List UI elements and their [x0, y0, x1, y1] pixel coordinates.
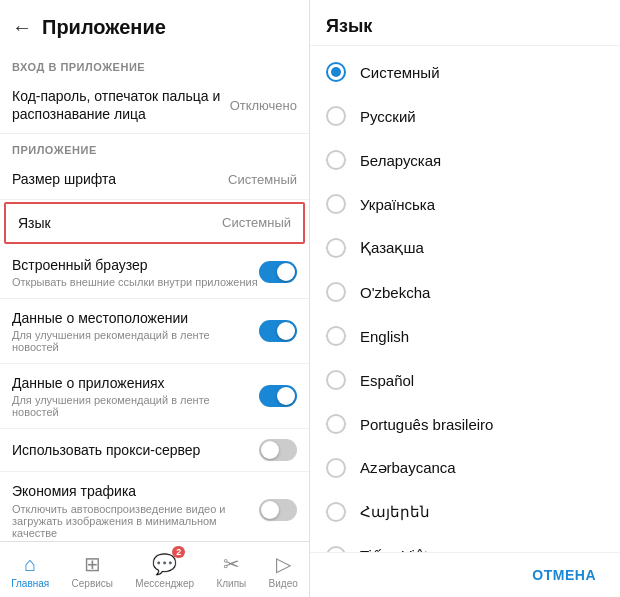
language-item[interactable]: O'zbekcha — [310, 270, 620, 314]
language-item[interactable]: Українська — [310, 182, 620, 226]
language-item[interactable]: Қазақша — [310, 226, 620, 270]
language-name: Português brasileiro — [360, 416, 493, 433]
radio-button — [326, 282, 346, 302]
radio-button — [326, 414, 346, 434]
right-footer: ОТМЕНА — [310, 552, 620, 597]
location-toggle[interactable] — [259, 320, 297, 342]
language-item[interactable]: Português brasileiro — [310, 402, 620, 446]
language-name: Қазақша — [360, 239, 424, 257]
page-title: Приложение — [42, 16, 166, 39]
radio-button — [326, 150, 346, 170]
nav-video-label: Видео — [269, 578, 298, 589]
language-item[interactable]: Язык Системный — [4, 202, 305, 244]
radio-button — [326, 370, 346, 390]
language-name: Беларуская — [360, 152, 441, 169]
cancel-button[interactable]: ОТМЕНА — [524, 563, 604, 587]
language-name: Հայերեն — [360, 503, 430, 521]
bottom-nav: ⌂ Главная ⊞ Сервисы 💬 2 Мессенджер ✂ Кли… — [0, 541, 309, 597]
home-icon: ⌂ — [24, 553, 36, 576]
language-name: English — [360, 328, 409, 345]
video-icon: ▷ — [276, 552, 291, 576]
section-login-label: ВХОД В ПРИЛОЖЕНИЕ — [0, 51, 309, 77]
proxy-label: Использовать прокси-сервер — [12, 441, 259, 459]
font-size-value: Системный — [228, 172, 297, 187]
messenger-badge: 2 — [172, 546, 185, 558]
language-item[interactable]: Հայերեն — [310, 490, 620, 534]
language-item[interactable]: Системный — [310, 50, 620, 94]
language-item[interactable]: English — [310, 314, 620, 358]
left-panel: ← Приложение ВХОД В ПРИЛОЖЕНИЕ Код-парол… — [0, 0, 310, 597]
password-label: Код-пароль, отпечаток пальца и распознав… — [12, 87, 222, 123]
location-sublabel: Для улучшения рекомендаций в ленте новос… — [12, 329, 259, 353]
language-item[interactable]: Azərbaycanca — [310, 446, 620, 490]
nav-home-label: Главная — [11, 578, 49, 589]
economy-sublabel: Отключить автовоспроизведение видео и за… — [12, 503, 259, 539]
language-item[interactable]: Español — [310, 358, 620, 402]
economy-toggle[interactable] — [259, 499, 297, 521]
radio-button — [326, 106, 346, 126]
appdata-item[interactable]: Данные о приложениях Для улучшения реком… — [0, 364, 309, 429]
nav-messenger-label: Мессенджер — [135, 578, 194, 589]
section-app-label: ПРИЛОЖЕНИЕ — [0, 134, 309, 160]
language-name: O'zbekcha — [360, 284, 430, 301]
language-panel-title: Язык — [310, 0, 620, 46]
location-label: Данные о местоположении — [12, 309, 259, 327]
radio-button — [326, 326, 346, 346]
language-label: Язык — [18, 214, 214, 232]
nav-messenger[interactable]: 💬 2 Мессенджер — [127, 548, 202, 593]
appdata-label: Данные о приложениях — [12, 374, 259, 392]
password-value: Отключено — [230, 98, 297, 113]
language-item[interactable]: Беларуская — [310, 138, 620, 182]
language-item[interactable]: Tiếng Việt — [310, 534, 620, 552]
nav-services[interactable]: ⊞ Сервисы — [64, 548, 121, 593]
language-value: Системный — [222, 215, 291, 230]
services-icon: ⊞ — [84, 552, 101, 576]
language-name: Системный — [360, 64, 440, 81]
nav-home[interactable]: ⌂ Главная — [3, 549, 57, 593]
nav-clips-label: Клипы — [216, 578, 246, 589]
proxy-item[interactable]: Использовать прокси-сервер — [0, 429, 309, 472]
font-size-label: Размер шрифта — [12, 170, 220, 188]
radio-button — [326, 458, 346, 478]
economy-item[interactable]: Экономия трафика Отключить автовоспроизв… — [0, 472, 309, 541]
browser-toggle[interactable] — [259, 261, 297, 283]
radio-button — [326, 194, 346, 214]
language-name: Українська — [360, 196, 435, 213]
nav-video[interactable]: ▷ Видео — [261, 548, 306, 593]
password-item[interactable]: Код-пароль, отпечаток пальца и распознав… — [0, 77, 309, 134]
back-arrow[interactable]: ← — [12, 16, 32, 39]
language-item[interactable]: Русский — [310, 94, 620, 138]
radio-button — [326, 238, 346, 258]
app-header: ← Приложение — [0, 0, 309, 51]
right-panel: Язык СистемныйРусскийБеларускаяУкраїнськ… — [310, 0, 620, 597]
nav-services-label: Сервисы — [72, 578, 113, 589]
settings-content: ВХОД В ПРИЛОЖЕНИЕ Код-пароль, отпечаток … — [0, 51, 309, 541]
messenger-badge-container: 💬 2 — [152, 552, 177, 576]
economy-label: Экономия трафика — [12, 482, 259, 500]
language-name: Azərbaycanca — [360, 459, 456, 477]
nav-clips[interactable]: ✂ Клипы — [208, 548, 254, 593]
appdata-toggle[interactable] — [259, 385, 297, 407]
appdata-sublabel: Для улучшения рекомендаций в ленте новос… — [12, 394, 259, 418]
radio-button — [326, 62, 346, 82]
browser-label: Встроенный браузер — [12, 256, 258, 274]
font-size-item[interactable]: Размер шрифта Системный — [0, 160, 309, 199]
language-name: Русский — [360, 108, 416, 125]
clips-icon: ✂ — [223, 552, 240, 576]
language-name: Español — [360, 372, 414, 389]
radio-button — [326, 502, 346, 522]
browser-sublabel: Открывать внешние ссылки внутри приложен… — [12, 276, 258, 288]
language-list: СистемныйРусскийБеларускаяУкраїнськаҚаза… — [310, 46, 620, 552]
proxy-toggle[interactable] — [259, 439, 297, 461]
browser-item[interactable]: Встроенный браузер Открывать внешние ссы… — [0, 246, 309, 299]
location-item[interactable]: Данные о местоположении Для улучшения ре… — [0, 299, 309, 364]
